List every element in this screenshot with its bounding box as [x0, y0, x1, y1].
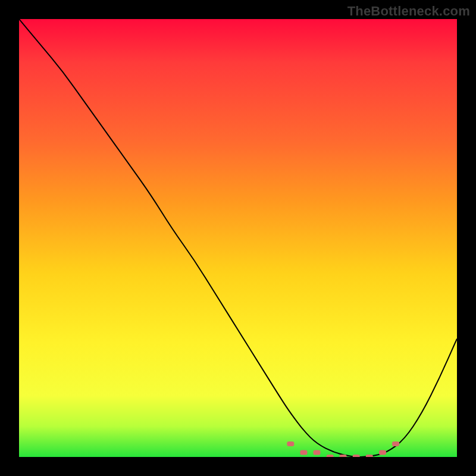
- marker-dash: [392, 441, 399, 446]
- marker-dash: [353, 455, 360, 457]
- chart-frame: TheBottleneck.com: [0, 0, 476, 476]
- marker-dash: [340, 455, 347, 457]
- marker-dash: [300, 450, 307, 455]
- marker-dash: [287, 441, 294, 446]
- marker-dash: [327, 455, 334, 457]
- marker-dash: [366, 455, 373, 457]
- marker-dash: [379, 450, 386, 455]
- watermark-text: TheBottleneck.com: [347, 4, 470, 19]
- chart-overlay: [19, 19, 457, 457]
- optimal-band-markers: [287, 441, 399, 457]
- marker-dash: [314, 450, 321, 455]
- bottleneck-curve: [19, 19, 457, 457]
